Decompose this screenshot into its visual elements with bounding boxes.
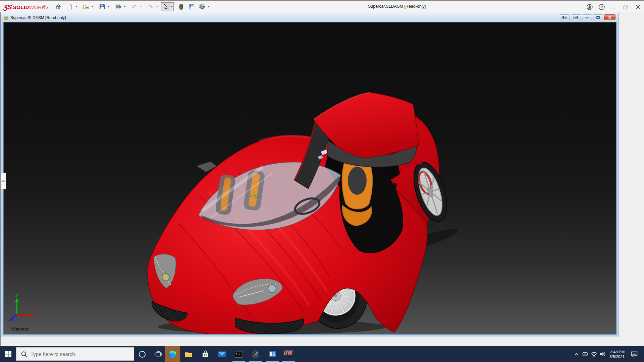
open-folder-icon — [83, 4, 89, 10]
app-titlebar: ƷS SOLIDWORKS — [0, 0, 644, 12]
home-icon — [55, 4, 61, 10]
select-tool-dropdown[interactable] — [169, 2, 174, 11]
display-pane-button[interactable] — [187, 2, 196, 11]
document-window-controls — [560, 14, 615, 20]
new-document-button[interactable] — [65, 2, 74, 11]
taskbar-search[interactable] — [16, 347, 134, 361]
minimize-button[interactable] — [608, 1, 620, 13]
seat — [342, 160, 373, 226]
undo-dropdown[interactable] — [139, 2, 143, 11]
svg-text:C:\_: C:\_ — [236, 353, 242, 355]
svg-text:2021: 2021 — [288, 356, 293, 358]
select-tool-button[interactable] — [161, 2, 169, 11]
svg-text:X: X — [35, 313, 38, 317]
taskbar-store[interactable] — [198, 346, 213, 362]
taskbar-solidworks[interactable]: SW 2021 — [281, 346, 296, 362]
document-minimize-icon — [585, 16, 589, 19]
save-icon — [99, 4, 105, 10]
open-button[interactable] — [82, 2, 90, 11]
svg-text:Y: Y — [15, 294, 18, 298]
properties-list-icon — [189, 4, 195, 10]
clock-date: 3/5/2021 — [609, 354, 625, 359]
panels-app-icon — [268, 350, 277, 358]
svg-text:SW: SW — [284, 350, 293, 356]
save-dropdown[interactable] — [106, 2, 111, 11]
solidworks-logo-mark: ƷS — [3, 3, 12, 11]
windows-logo-icon — [5, 351, 11, 357]
task-view-icon — [154, 350, 162, 358]
taskbar-edge[interactable] — [165, 346, 180, 362]
edge-icon — [168, 350, 177, 359]
car-model — [4, 22, 616, 334]
tray-show-hidden[interactable] — [572, 346, 581, 362]
view-orientation-label: *Dimetric — [11, 327, 30, 331]
toggle-left-pane-button[interactable] — [560, 14, 570, 20]
print-dropdown[interactable] — [122, 2, 127, 11]
tray-clock[interactable]: 3:48 PM 3/5/2021 — [606, 346, 625, 362]
orientation-triad: Y X — [7, 294, 44, 324]
document-restore-icon — [596, 16, 600, 19]
document-minimize-button[interactable] — [582, 14, 592, 20]
new-document-dropdown[interactable] — [74, 2, 78, 11]
start-button[interactable] — [0, 346, 16, 362]
new-document-icon — [67, 4, 73, 10]
undo-icon — [131, 4, 138, 10]
quick-access-toolbar — [54, 2, 211, 11]
account-button[interactable] — [584, 1, 596, 13]
document-restore-button[interactable] — [593, 14, 603, 20]
windows-taskbar: C:\_ — [0, 346, 644, 362]
minimize-icon — [611, 4, 616, 10]
notification-icon — [631, 351, 638, 358]
gear-icon — [199, 3, 205, 10]
select-cursor-icon — [162, 4, 168, 10]
document-close-icon — [608, 16, 612, 19]
solidworks-app-icon: SW 2021 — [283, 349, 294, 360]
graphics-viewport[interactable]: Y X *Dimetric — [3, 22, 616, 335]
document-close-button[interactable] — [604, 14, 615, 20]
open-dropdown[interactable] — [90, 2, 95, 11]
view-status-button[interactable] — [177, 2, 185, 11]
taskbar-task-view[interactable] — [151, 346, 166, 362]
cortana-icon — [138, 350, 146, 358]
document-titlebar[interactable]: Supercar.SLDASM [Read-only] — [1, 13, 618, 22]
taskbar-viewer-app[interactable] — [248, 346, 263, 362]
taskbar-mail[interactable] — [215, 346, 229, 362]
save-button[interactable] — [98, 2, 106, 11]
wifi-icon — [591, 351, 597, 357]
hexagon-app-icon — [251, 350, 260, 359]
restore-button[interactable] — [620, 1, 632, 13]
home-button[interactable] — [54, 2, 62, 11]
options-dropdown[interactable] — [206, 2, 211, 11]
help-icon: ? — [598, 4, 605, 10]
redo-dropdown[interactable] — [155, 2, 159, 11]
window-controls: ? — [584, 1, 644, 13]
tray-network[interactable] — [590, 346, 598, 362]
left-pane-icon — [562, 16, 567, 19]
solidworks-logo-text-light: WORKS — [29, 4, 49, 10]
file-explorer-icon — [184, 350, 193, 359]
taskbar-cortana[interactable] — [135, 346, 150, 362]
help-button[interactable]: ? — [596, 1, 608, 13]
print-icon — [115, 4, 121, 10]
toolbar-expand-icon[interactable] — [44, 5, 46, 8]
search-input[interactable] — [16, 348, 134, 360]
traffic-light-icon — [178, 3, 184, 10]
close-button[interactable] — [632, 1, 644, 13]
chevron-up-icon — [574, 352, 579, 357]
options-button[interactable] — [198, 2, 206, 11]
toggle-right-pane-button[interactable] — [571, 14, 581, 20]
featuremanager-splitter-tab[interactable] — [1, 173, 6, 189]
svg-text:?: ? — [601, 5, 603, 9]
taskbar-panels-app[interactable] — [265, 346, 280, 362]
solidworks-app: ƷS SOLIDWORKS — [0, 0, 644, 362]
redo-button[interactable] — [146, 2, 155, 11]
tray-action-center[interactable] — [627, 346, 642, 362]
solidworks-logo-text-bold: SOLID — [13, 4, 29, 10]
print-button[interactable] — [114, 2, 122, 11]
undo-button[interactable] — [130, 2, 139, 11]
document-window: Supercar.SLDASM [Read-only] — [1, 13, 619, 337]
taskbar-terminal[interactable]: C:\_ — [231, 346, 246, 362]
taskbar-file-explorer[interactable] — [181, 346, 196, 362]
tray-meet-now[interactable] — [581, 346, 590, 362]
app-title: Supercar.SLDASM [Read-only] — [368, 1, 426, 13]
